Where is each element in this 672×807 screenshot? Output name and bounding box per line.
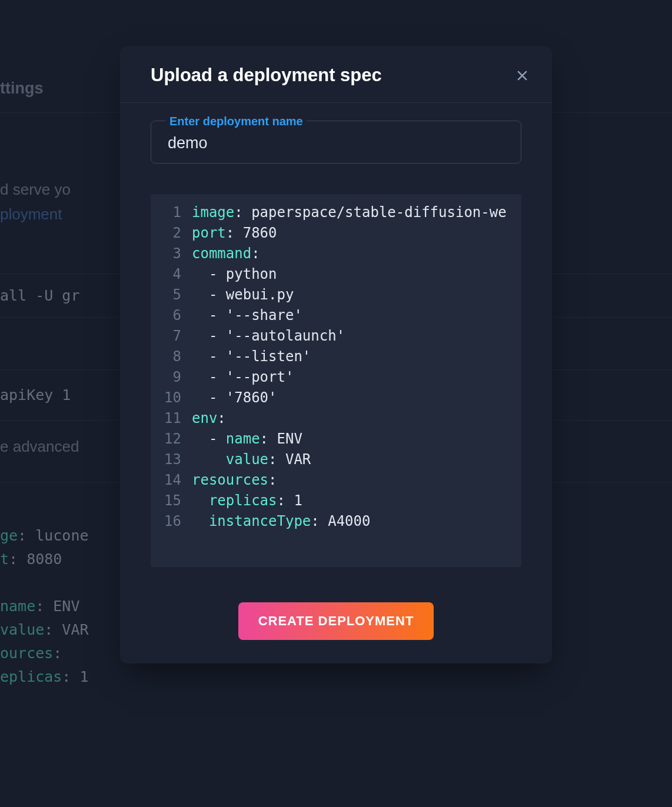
code-line: 16 instanceType: A4000 (151, 511, 521, 532)
upload-spec-modal: Upload a deployment spec Enter deploymen… (120, 46, 552, 663)
modal-overlay: Upload a deployment spec Enter deploymen… (0, 0, 672, 807)
modal-title: Upload a deployment spec (151, 65, 382, 86)
line-number: 14 (151, 470, 192, 491)
code-line: 11env: (151, 408, 521, 429)
code-content: - '--listen' (192, 346, 521, 367)
line-number: 8 (151, 346, 192, 367)
modal-body: Enter deployment name 1image: paperspace… (120, 103, 552, 573)
name-input-wrapper: Enter deployment name (151, 121, 521, 164)
close-icon[interactable] (515, 69, 528, 82)
code-content: port: 7860 (192, 223, 521, 244)
create-deployment-button[interactable]: CREATE DEPLOYMENT (238, 602, 434, 640)
modal-footer: CREATE DEPLOYMENT (120, 573, 552, 663)
code-content: replicas: 1 (192, 491, 521, 511)
code-line: 7 - '--autolaunch' (151, 326, 521, 346)
code-content: - webui.py (192, 285, 521, 305)
code-content: instanceType: A4000 (192, 511, 521, 532)
line-number: 15 (151, 491, 192, 511)
yaml-code-editor[interactable]: 1image: paperspace/stable-diffusion-we2p… (151, 194, 521, 567)
code-line: 2port: 7860 (151, 223, 521, 244)
code-content: env: (192, 408, 521, 429)
code-content: resources: (192, 470, 521, 491)
code-line: 13 value: VAR (151, 449, 521, 470)
code-content: value: VAR (192, 449, 521, 470)
code-content: image: paperspace/stable-diffusion-we (192, 202, 521, 223)
line-number: 1 (151, 202, 192, 223)
code-line: 6 - '--share' (151, 305, 521, 326)
line-number: 9 (151, 367, 192, 388)
line-number: 2 (151, 223, 192, 244)
code-content: - '7860' (192, 388, 521, 408)
code-line: 4 - python (151, 264, 521, 285)
code-content: - '--share' (192, 305, 521, 326)
code-line: 15 replicas: 1 (151, 491, 521, 511)
code-line: 9 - '--port' (151, 367, 521, 388)
code-line: 8 - '--listen' (151, 346, 521, 367)
code-line: 1image: paperspace/stable-diffusion-we (151, 202, 521, 223)
code-content: - name: ENV (192, 429, 521, 449)
code-content: - '--autolaunch' (192, 326, 521, 346)
line-number: 13 (151, 449, 192, 470)
name-input-label: Enter deployment name (166, 115, 307, 128)
code-content: command: (192, 244, 521, 264)
line-number: 3 (151, 244, 192, 264)
code-content: - '--port' (192, 367, 521, 388)
line-number: 6 (151, 305, 192, 326)
code-line: 10 - '7860' (151, 388, 521, 408)
code-line: 3command: (151, 244, 521, 264)
code-line: 12 - name: ENV (151, 429, 521, 449)
line-number: 12 (151, 429, 192, 449)
line-number: 7 (151, 326, 192, 346)
code-content: - python (192, 264, 521, 285)
line-number: 5 (151, 285, 192, 305)
code-line: 5 - webui.py (151, 285, 521, 305)
line-number: 16 (151, 511, 192, 532)
line-number: 4 (151, 264, 192, 285)
line-number: 11 (151, 408, 192, 429)
modal-header: Upload a deployment spec (120, 46, 552, 103)
code-line: 14resources: (151, 470, 521, 491)
line-number: 10 (151, 388, 192, 408)
